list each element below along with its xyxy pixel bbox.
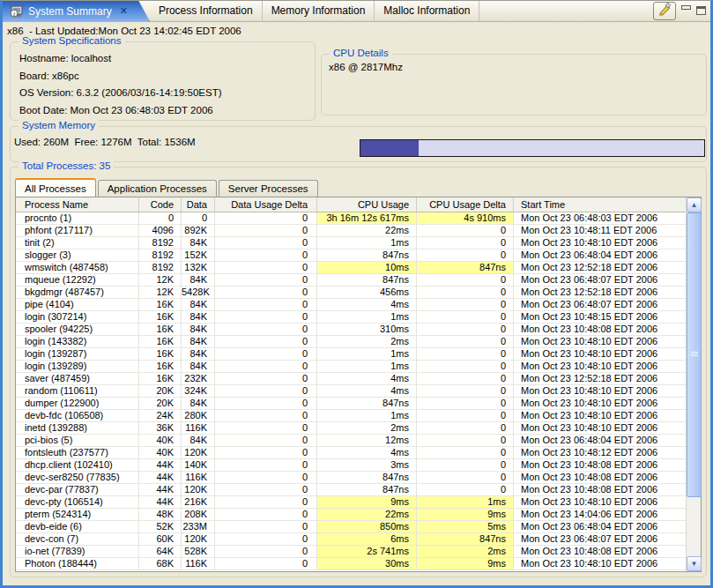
column-header-cpu-usage[interactable]: CPU Usage <box>317 197 417 212</box>
process-filter-tabs: All Processes Application Processes Serv… <box>15 178 320 197</box>
table-row[interactable]: devc-par (77837)44K120K0847ns0Mon Oct 23… <box>16 484 686 496</box>
cell-cpu_usage: 30ms <box>317 558 417 569</box>
table-row[interactable]: devb-eide (6)52K233M0850ms5msMon Oct 23 … <box>16 521 686 533</box>
cell-data: 216K <box>182 496 215 508</box>
scrollbar-thumb[interactable] <box>687 212 702 497</box>
cell-name: pterm (524314) <box>16 509 139 520</box>
table-row[interactable]: dhcp.client (102410)44K140K03ms0Mon Oct … <box>16 459 686 472</box>
maximize-view-button[interactable] <box>696 6 706 15</box>
table-row[interactable]: saver (487459)16K232K04ms0Mon Oct 23 12:… <box>16 373 686 385</box>
os-version-field: OS Version: 6.3.2 (2006/03/16-14:19:50ES… <box>11 85 315 102</box>
cell-start_time: Mon Oct 23 06:48:03 EDT 2006 <box>514 212 686 224</box>
table-row[interactable]: procnto (1)0003h 16m 12s 617ms4s 910msMo… <box>16 212 686 225</box>
cell-code: 16K <box>139 361 182 372</box>
cell-cpu_usage_delta: 0 <box>417 410 514 421</box>
cell-cpu_usage: 10ms <box>317 262 417 273</box>
table-row[interactable]: devc-ser8250 (77835)44K116K0847ns0Mon Oc… <box>16 472 686 484</box>
cell-data: 132K <box>182 262 215 273</box>
cell-start_time: Mon Oct 23 10:48:08 EDT 2006 <box>514 459 686 471</box>
process-table-header: Process NameCodeDataData Usage DeltaCPU … <box>16 197 701 212</box>
table-row[interactable]: pci-bios (5)40K84K012ms0Mon Oct 23 06:48… <box>16 435 686 447</box>
cell-code: 36K <box>139 422 182 434</box>
table-row[interactable]: bkgdmgr (487457)12K5428K0456ms0Mon Oct 2… <box>16 287 686 299</box>
cell-name: tinit (2) <box>16 237 139 249</box>
column-header-process-name[interactable]: Process Name <box>16 197 139 212</box>
table-row[interactable]: login (307214)16K84K01ms0Mon Oct 23 10:4… <box>16 311 686 324</box>
cell-start_time: Mon Oct 23 10:48:10 EDT 2006 <box>514 422 686 434</box>
cell-code: 12K <box>139 287 182 298</box>
cell-data_usage_delta: 0 <box>215 410 317 421</box>
scroll-down-button[interactable]: ▼ <box>687 556 702 571</box>
view-toolbar <box>653 0 713 21</box>
cell-cpu_usage: 1ms <box>317 361 417 372</box>
tab-memory-information[interactable]: Memory Information <box>263 0 375 21</box>
table-row[interactable]: devc-pty (106514)44K216K09ms1msMon Oct 2… <box>16 496 686 509</box>
cell-code: 0 <box>139 212 182 224</box>
table-row[interactable]: slogger (3)8192152K0847ns0Mon Oct 23 06:… <box>16 249 686 262</box>
cell-cpu_usage_delta: 4s 910ms <box>417 212 514 224</box>
cell-cpu_usage_delta: 0 <box>417 299 514 310</box>
table-row[interactable]: wmswitch (487458)8192132K010ms847nsMon O… <box>16 262 686 274</box>
column-header-start-time[interactable]: Start Time <box>514 197 686 212</box>
board-field: Board: x86pc <box>11 68 315 86</box>
cell-name: bkgdmgr (487457) <box>16 287 139 298</box>
cell-cpu_usage: 847ns <box>317 249 417 261</box>
cell-cpu_usage_delta: 0 <box>417 324 514 335</box>
table-row[interactable]: spooler (94225)16K84K0310ms0Mon Oct 23 1… <box>16 324 686 336</box>
tab-application-processes[interactable]: Application Processes <box>98 180 217 197</box>
cell-cpu_usage_delta: 0 <box>417 348 514 360</box>
cell-name: wmswitch (487458) <box>16 262 139 273</box>
tab-system-summary[interactable]: i System Summary ✕ <box>0 0 150 21</box>
cell-name: pci-bios (5) <box>16 435 139 446</box>
tab-server-processes[interactable]: Server Processes <box>219 180 318 197</box>
table-row[interactable]: tinit (2)819284K01ms0Mon Oct 23 10:48:10… <box>16 237 686 249</box>
system-specifications-group: System Specifications Hostname: localhos… <box>10 41 316 121</box>
column-header-data[interactable]: Data <box>182 197 215 212</box>
column-header-code[interactable]: Code <box>139 197 182 212</box>
cell-start_time: Mon Oct 23 10:48:10 EDT 2006 <box>514 361 686 372</box>
hostname-field: Hostname: localhost <box>11 50 315 68</box>
cell-cpu_usage: 847ns <box>317 398 417 409</box>
table-row[interactable]: io-net (77839)64K528K02s 741ms2msMon Oct… <box>16 546 686 558</box>
table-row[interactable]: devc-con (7)60K120K06ms847nsMon Oct 23 0… <box>16 533 686 546</box>
table-row[interactable]: dumper (122900)20K84K0847ns0Mon Oct 23 1… <box>16 398 686 410</box>
vertical-scrollbar[interactable]: ▲ ▼ <box>686 197 701 571</box>
scroll-up-button[interactable]: ▲ <box>687 197 702 212</box>
cell-start_time: Mon Oct 23 10:48:10 EDT 2006 <box>514 336 686 347</box>
table-row[interactable]: login (139289)16K84K01ms0Mon Oct 23 10:4… <box>16 361 686 373</box>
cell-cpu_usage: 1ms <box>317 311 417 323</box>
cell-cpu_usage: 4ms <box>317 447 417 458</box>
cell-code: 64K <box>139 546 182 557</box>
table-row[interactable]: pterm (524314)48K208K022ms9msMon Oct 23 … <box>16 509 686 521</box>
cell-code: 48K <box>139 509 182 520</box>
cell-code: 16K <box>139 324 182 335</box>
table-row[interactable]: Photon (188444)68K116K030ms9msMon Oct 23… <box>16 558 686 570</box>
cell-code: 68K <box>139 558 182 569</box>
table-row[interactable]: phfont (217117)4096892K022ms0Mon Oct 23 … <box>16 225 686 237</box>
table-row[interactable]: fontsleuth (237577)40K120K04ms0Mon Oct 2… <box>16 447 686 459</box>
table-row[interactable]: inetd (139288)36K116K02ms0Mon Oct 23 10:… <box>16 422 686 435</box>
tab-all-processes[interactable]: All Processes <box>15 178 96 197</box>
cell-start_time: Mon Oct 23 12:52:18 EDT 2006 <box>514 373 686 384</box>
table-row[interactable]: devb-fdc (106508)24K280K01ms0Mon Oct 23 … <box>16 410 686 422</box>
cell-data_usage_delta: 0 <box>215 287 317 298</box>
memory-usage-text: Used: 260M Free: 1276M Total: 1536M <box>14 137 196 147</box>
table-row[interactable]: pipe (4104)16K84K04ms0Mon Oct 23 06:48:0… <box>16 299 686 311</box>
cell-code: 40K <box>139 447 182 458</box>
highlight-changes-button[interactable] <box>653 2 676 20</box>
cell-name: dhcp.client (102410) <box>16 459 139 471</box>
table-row[interactable]: login (139287)16K84K01ms0Mon Oct 23 10:4… <box>16 348 686 361</box>
table-row[interactable]: random (110611)20K324K04ms0Mon Oct 23 10… <box>16 385 686 398</box>
cell-code: 44K <box>139 472 182 483</box>
cell-data_usage_delta: 0 <box>215 336 317 347</box>
tab-process-information[interactable]: Process Information <box>150 0 263 21</box>
tab-malloc-information[interactable]: Malloc Information <box>375 0 479 21</box>
column-header-cpu-usage-delta[interactable]: CPU Usage Delta <box>417 197 514 212</box>
table-row[interactable]: login (143382)16K84K02ms0Mon Oct 23 10:4… <box>16 336 686 348</box>
close-icon[interactable]: ✕ <box>120 5 128 17</box>
column-header-data-usage-delta[interactable]: Data Usage Delta <box>215 197 317 212</box>
cell-cpu_usage: 310ms <box>317 324 417 335</box>
cell-name: devc-par (77837) <box>16 484 139 495</box>
cell-cpu_usage: 850ms <box>317 521 417 532</box>
table-row[interactable]: mqueue (12292)12K84K0847ns0Mon Oct 23 06… <box>16 274 686 287</box>
